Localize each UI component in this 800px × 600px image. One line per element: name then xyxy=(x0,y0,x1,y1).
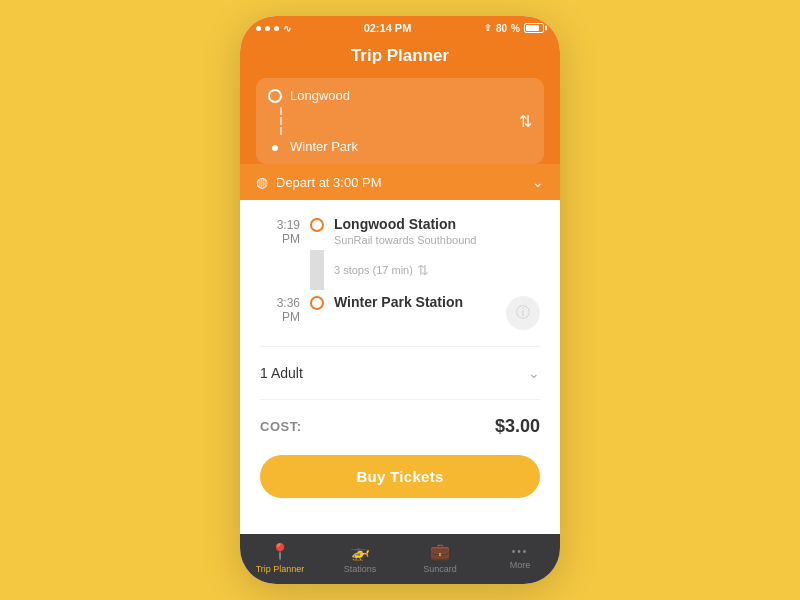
departure-station-name: Longwood Station xyxy=(334,216,540,232)
connector-line xyxy=(310,250,324,290)
depart-text: Depart at 3:00 PM xyxy=(276,175,382,190)
signal-dot1 xyxy=(256,26,261,31)
clock-icon: ◍ xyxy=(256,174,268,190)
buy-button-wrap: Buy Tickets xyxy=(240,445,560,512)
divider-line-1 xyxy=(280,107,282,115)
location-icon: ⇧ xyxy=(484,23,492,33)
departure-time: 3:19 PM xyxy=(260,216,300,246)
phone-frame: ∿ 02:14 PM ⇧ 80% Trip Planner Longwood xyxy=(240,16,560,584)
connector-info: 3 stops (17 min) ⇅ xyxy=(334,250,429,290)
stops-label: 3 stops (17 min) xyxy=(334,264,413,276)
depart-chevron-icon: ⌄ xyxy=(532,174,544,190)
passengers-label: 1 Adult xyxy=(260,365,303,381)
origin-text[interactable]: Longwood xyxy=(290,88,532,103)
connector-line-wrap xyxy=(310,250,324,290)
status-signal: ∿ xyxy=(256,23,291,34)
suncard-icon: 💼 xyxy=(430,542,450,561)
status-bar: ∿ 02:14 PM ⇧ 80% xyxy=(240,16,560,38)
trip-connector: 3 stops (17 min) ⇅ xyxy=(260,246,540,294)
page-title: Trip Planner xyxy=(256,46,544,66)
adjust-stops-icon[interactable]: ⇅ xyxy=(417,262,429,278)
battery-bar xyxy=(524,23,544,33)
app-header: Trip Planner xyxy=(240,38,560,78)
cost-value: $3.00 xyxy=(495,416,540,437)
nav-suncard[interactable]: 💼 Suncard xyxy=(415,542,465,574)
connector-spacer xyxy=(260,250,300,290)
nav-stations-label: Stations xyxy=(344,564,377,574)
nav-more-label: More xyxy=(510,560,531,570)
nav-trip-planner-label: Trip Planner xyxy=(256,564,305,574)
more-icon: ••• xyxy=(512,546,529,557)
departure-circle xyxy=(310,218,324,232)
nav-trip-planner[interactable]: 📍 Trip Planner xyxy=(255,542,305,574)
trip-card: 3:19 PM Longwood Station SunRail towards… xyxy=(240,200,560,338)
pin-icon: ● xyxy=(271,140,279,154)
main-content: 3:19 PM Longwood Station SunRail towards… xyxy=(240,200,560,534)
stop-arrival: 3:36 PM Winter Park Station ⓘ xyxy=(260,294,540,330)
depart-left: ◍ Depart at 3:00 PM xyxy=(256,174,382,190)
arrival-station-name: Winter Park Station xyxy=(334,294,496,310)
signal-dot2 xyxy=(265,26,270,31)
divider-line-2 xyxy=(280,117,282,125)
origin-dot xyxy=(268,89,282,103)
departure-info: Longwood Station SunRail towards Southbo… xyxy=(334,216,540,246)
passengers-row[interactable]: 1 Adult ⌄ xyxy=(240,355,560,391)
battery-percent: 80 xyxy=(496,23,507,34)
nav-suncard-label: Suncard xyxy=(423,564,457,574)
origin-row: Longwood xyxy=(268,88,532,103)
departure-sub: SunRail towards Southbound xyxy=(334,234,540,246)
passengers-chevron-icon: ⌄ xyxy=(528,365,540,381)
signal-dot3 xyxy=(274,26,279,31)
divider-line-3 xyxy=(280,127,282,135)
cost-label: COST: xyxy=(260,419,302,434)
divider-cost xyxy=(260,399,540,400)
route-section: Longwood ● Winter Park ⇅ xyxy=(240,78,560,164)
buy-tickets-button[interactable]: Buy Tickets xyxy=(260,455,540,498)
status-time: 02:14 PM xyxy=(364,22,412,34)
destination-dot: ● xyxy=(268,140,282,154)
swap-button[interactable]: ⇅ xyxy=(519,112,532,131)
info-button[interactable]: ⓘ xyxy=(506,296,540,330)
destination-row: ● Winter Park xyxy=(268,139,532,154)
trip-planner-icon: 📍 xyxy=(270,542,290,561)
stop-departure: 3:19 PM Longwood Station SunRail towards… xyxy=(260,216,540,246)
route-inputs: Longwood ● Winter Park ⇅ xyxy=(256,78,544,164)
nav-more[interactable]: ••• More xyxy=(495,546,545,570)
depart-row[interactable]: ◍ Depart at 3:00 PM ⌄ xyxy=(240,164,560,200)
arrival-info: Winter Park Station xyxy=(334,294,496,310)
destination-text[interactable]: Winter Park xyxy=(290,139,532,154)
status-battery: ⇧ 80% xyxy=(484,23,544,34)
arrival-time: 3:36 PM xyxy=(260,294,300,324)
wifi-icon: ∿ xyxy=(283,23,291,34)
bottom-nav: 📍 Trip Planner 🚁 Stations 💼 Suncard ••• … xyxy=(240,534,560,584)
info-icon: ⓘ xyxy=(516,304,530,322)
cost-row: COST: $3.00 xyxy=(240,408,560,445)
nav-stations[interactable]: 🚁 Stations xyxy=(335,542,385,574)
stations-icon: 🚁 xyxy=(350,542,370,561)
arrival-circle xyxy=(310,296,324,310)
battery-fill xyxy=(526,25,539,31)
route-divider xyxy=(274,103,532,139)
divider-passengers xyxy=(260,346,540,347)
